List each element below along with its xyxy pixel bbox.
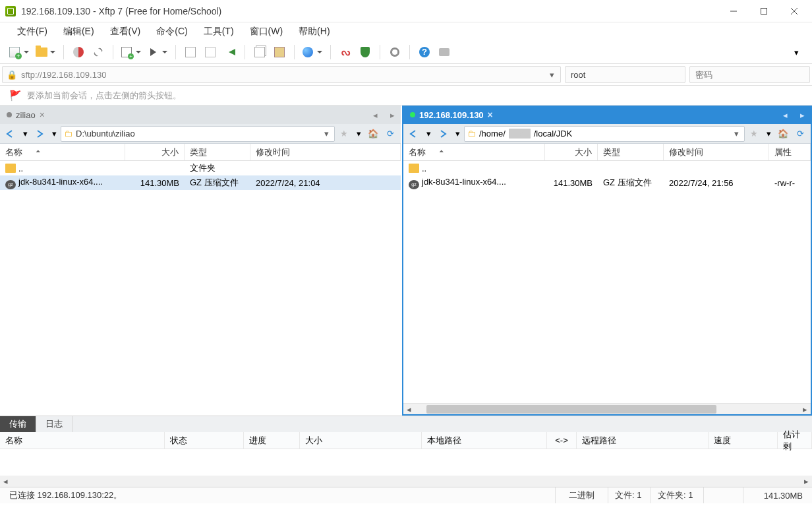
local-column-header[interactable]: 名称 大小 类型 修改时间 [0,144,401,161]
local-path-box[interactable]: 🗀 ▾ [61,126,335,142]
session-properties-button[interactable] [119,43,144,61]
shield-button[interactable] [356,43,374,61]
output-tab-log[interactable]: 日志 [36,416,72,432]
nav-forward-dropdown[interactable]: ▾ [49,126,59,142]
password-input[interactable] [695,70,806,80]
col-size[interactable]: 大小 [545,144,598,160]
upload-button[interactable] [221,43,239,61]
col-type[interactable]: 类型 [185,144,250,160]
local-file-list[interactable]: ..文件夹gzjdk-8u341-linux-x64....141.30MBGZ… [0,161,401,416]
scroll-left-icon[interactable]: ◂ [0,476,11,486]
nav-back-dropdown[interactable]: ▾ [20,126,30,142]
col-perm[interactable]: 属性 [769,144,811,160]
tab-prev-button[interactable]: ◂ [366,106,384,124]
output-column-header[interactable]: 名称 状态 进度 大小 本地路径 <-> 远程路径 速度 估计剩 [0,432,812,449]
address-input[interactable] [21,70,543,80]
ocol-status[interactable]: 状态 [165,432,244,449]
window-minimize-button[interactable] [718,1,749,21]
file-row[interactable]: gzjdk-8u341-linux-x64....141.30MBGZ 压缩文件… [0,175,401,190]
local-path-input[interactable] [76,129,318,139]
feedback-button[interactable] [435,43,453,61]
help-button[interactable]: ? [415,43,434,61]
nav-back-button[interactable] [3,126,18,142]
output-hscrollbar[interactable]: ◂ ▸ [0,476,812,487]
window-maximize-button[interactable] [749,1,779,21]
ocol-prog[interactable]: 进度 [244,432,300,449]
window-close-button[interactable] [779,1,809,21]
close-icon[interactable]: × [488,109,493,120]
password-box[interactable] [689,66,810,83]
remote-path-box[interactable]: 🗀 /home/ xx /local/JDK ▾ [464,126,745,142]
home-button[interactable]: 🏠 [775,126,791,142]
remote-column-header[interactable]: 名称 大小 类型 修改时间 属性 [403,144,811,161]
ocol-eta[interactable]: 估计剩 [778,432,812,449]
remote-file-list[interactable]: ..gzjdk-8u341-linux-x64....141.30MBGZ 压缩… [403,161,811,403]
menu-command[interactable]: 命令(C) [148,22,195,41]
ocol-lpath[interactable]: 本地路径 [422,432,547,449]
disconnect-button[interactable] [69,43,88,61]
menu-file[interactable]: 文件(F) [9,22,55,41]
remote-hscrollbar[interactable]: ◂ ▸ [403,403,811,414]
col-mtime[interactable]: 修改时间 [250,144,401,160]
menu-edit[interactable]: 编辑(E) [55,22,102,41]
username-input[interactable] [571,70,682,80]
transfer-button[interactable] [145,43,170,61]
username-box[interactable] [565,66,685,83]
path-dropdown-icon[interactable]: ▾ [322,129,332,139]
file-row[interactable]: gzjdk-8u341-linux-x64....141.30MBGZ 压缩文件… [403,175,811,190]
output-tab-transfer[interactable]: 传输 [0,416,36,432]
new-session-button[interactable] [7,43,32,61]
file-row[interactable]: ..文件夹 [0,161,401,175]
xshell-button[interactable]: ᔓ [336,43,355,61]
scroll-right-icon[interactable]: ▸ [799,404,811,414]
col-name[interactable]: 名称 [0,144,125,160]
paste-button[interactable] [270,43,289,61]
file-row[interactable]: .. [403,161,811,175]
bookmark-button[interactable]: ★ [336,126,352,142]
path-dropdown-icon[interactable]: ▾ [732,129,741,139]
menu-help[interactable]: 帮助(H) [291,22,337,41]
ocol-name[interactable]: 名称 [0,432,165,449]
scroll-right-icon[interactable]: ▸ [801,476,812,486]
bookmark-dropdown[interactable]: ▾ [763,126,774,142]
address-dropdown-icon[interactable]: ▾ [547,70,556,80]
bookmark-button[interactable]: ★ [746,126,762,142]
nav-forward-button[interactable] [32,126,47,142]
nav-forward-dropdown[interactable]: ▾ [452,126,463,142]
menu-tools[interactable]: 工具(T) [196,22,242,41]
reconnect-button[interactable] [89,43,107,61]
col-mtime[interactable]: 修改时间 [664,144,769,160]
remote-tab[interactable]: 192.168.109.130 × [403,106,500,124]
new-file-button[interactable] [181,43,200,61]
close-icon[interactable]: × [40,109,45,120]
nav-back-button[interactable] [406,126,422,142]
bookmark-dropdown[interactable]: ▾ [353,126,364,142]
menu-window[interactable]: 窗口(W) [242,22,291,41]
nav-forward-button[interactable] [435,126,451,142]
tab-prev-button[interactable]: ◂ [776,106,794,124]
tab-next-button[interactable]: ▸ [384,106,401,124]
refresh-button[interactable]: ⟳ [792,126,808,142]
open-session-button[interactable] [33,43,58,61]
local-tab[interactable]: ziliao × [0,106,51,124]
nav-back-dropdown[interactable]: ▾ [423,126,434,142]
copy-button[interactable] [250,43,269,61]
refresh-button[interactable]: ⟳ [382,126,398,142]
col-type[interactable]: 类型 [598,144,664,160]
scroll-thumb[interactable] [426,405,716,414]
tab-next-button[interactable]: ▸ [794,106,811,124]
scroll-left-icon[interactable]: ◂ [403,404,415,414]
ocol-dir[interactable]: <-> [547,432,577,449]
menu-view[interactable]: 查看(V) [102,22,149,41]
col-name[interactable]: 名称 [403,144,545,160]
toolbar-overflow-button[interactable]: ▾ [787,43,805,61]
ocol-size[interactable]: 大小 [300,432,422,449]
address-box[interactable]: 🔒 ▾ [2,66,561,83]
home-button[interactable]: 🏠 [365,126,381,142]
col-size[interactable]: 大小 [125,144,185,160]
ocol-rpath[interactable]: 远程路径 [577,432,709,449]
language-button[interactable] [300,43,325,61]
new-file2-button[interactable] [201,43,219,61]
settings-button[interactable] [386,43,404,61]
ocol-speed[interactable]: 速度 [709,432,778,449]
